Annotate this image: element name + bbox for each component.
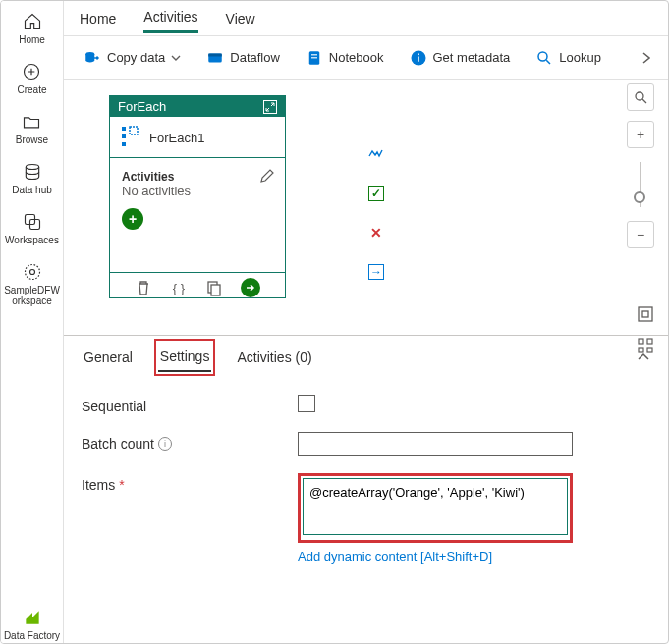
sidebar-item-label: Create xyxy=(17,84,46,95)
copy-data-icon xyxy=(84,49,101,67)
sidebar-item-workspaces[interactable]: Workspaces xyxy=(3,209,61,247)
dataflow-button[interactable]: Dataflow xyxy=(196,43,290,73)
sidebar-item-datafactory[interactable]: Data Factory xyxy=(2,605,62,643)
sidebar-item-create[interactable]: Create xyxy=(15,59,48,97)
foreach-activity-node[interactable]: ForEach ForEach1 Activities No activitie… xyxy=(109,95,286,298)
sidebar-item-label: Home xyxy=(19,34,45,45)
sequential-checkbox[interactable] xyxy=(298,395,315,412)
node-title-row: ForEach1 xyxy=(110,117,285,158)
collapse-panel-button[interactable] xyxy=(637,349,650,365)
batch-count-row: Batch count i xyxy=(82,432,650,456)
activity-marker-icon xyxy=(368,146,384,162)
copy-data-button[interactable]: Copy data xyxy=(74,43,191,73)
zoom-thumb[interactable] xyxy=(634,191,645,203)
activities-label: Activities xyxy=(122,170,273,184)
svg-rect-16 xyxy=(122,127,126,131)
zoom-controls: + − xyxy=(627,83,654,248)
sidebar-item-sample-workspace[interactable]: SampleDFW orkspace xyxy=(1,259,63,308)
run-icon[interactable] xyxy=(241,278,260,297)
svg-point-5 xyxy=(29,270,34,275)
toolbar-more-button[interactable] xyxy=(635,51,658,65)
tab-settings[interactable]: Settings xyxy=(158,343,212,372)
chevron-up-icon xyxy=(637,352,650,362)
properties-panel: General Settings Activities (0) Sequenti… xyxy=(64,335,668,643)
tab-activities[interactable]: Activities xyxy=(143,3,197,33)
info-icon[interactable]: i xyxy=(158,437,172,451)
dataflow-icon xyxy=(206,49,224,67)
code-icon[interactable]: { } xyxy=(170,279,188,296)
toolbar-label: Lookup xyxy=(559,50,601,65)
required-asterisk: * xyxy=(119,477,124,493)
add-activity-button[interactable]: + xyxy=(122,208,143,230)
sidebar-item-label: Workspaces xyxy=(5,235,59,245)
plus-circle-icon xyxy=(21,61,42,82)
left-sidebar: Home Create Browse Data hub Workspaces S… xyxy=(1,1,64,643)
svg-point-14 xyxy=(418,53,419,55)
zoom-slider[interactable] xyxy=(640,162,641,207)
zoom-in-button[interactable]: + xyxy=(627,121,654,148)
sequential-row: Sequential xyxy=(82,395,650,414)
node-toolbar: { } xyxy=(110,272,285,297)
success-marker-icon: ✓ xyxy=(368,186,384,201)
svg-point-15 xyxy=(538,52,547,61)
toolbar-label: Dataflow xyxy=(230,50,280,65)
svg-rect-8 xyxy=(209,53,223,56)
top-tabs: Home Activities View xyxy=(64,1,668,36)
get-metadata-button[interactable]: Get metadata xyxy=(400,43,521,73)
fail-marker-icon: ✕ xyxy=(368,225,384,241)
sidebar-item-label: Data hub xyxy=(12,185,52,195)
expand-icon[interactable] xyxy=(263,100,277,114)
tab-view[interactable]: View xyxy=(226,5,255,32)
toolbar-label: Notebook xyxy=(329,50,384,65)
database-icon xyxy=(22,161,43,183)
svg-rect-19 xyxy=(130,127,138,134)
sidebar-item-browse[interactable]: Browse xyxy=(14,109,50,147)
node-type-label: ForEach xyxy=(118,99,166,114)
node-activities-box[interactable]: Activities No activities + xyxy=(109,157,286,273)
tab-home[interactable]: Home xyxy=(80,5,116,32)
zoom-out-button[interactable]: − xyxy=(627,221,654,248)
notebook-button[interactable]: Notebook xyxy=(296,43,394,73)
chevron-right-icon xyxy=(641,51,651,65)
sidebar-item-label: SampleDFW orkspace xyxy=(3,285,61,306)
svg-rect-10 xyxy=(311,54,317,55)
tab-general[interactable]: General xyxy=(82,344,135,371)
skip-marker-icon: → xyxy=(368,264,384,280)
svg-rect-13 xyxy=(418,56,419,61)
delete-icon[interactable] xyxy=(135,279,152,296)
workspaces-icon xyxy=(22,211,43,233)
tab-activities-count[interactable]: Activities (0) xyxy=(235,344,313,371)
batch-count-label: Batch count xyxy=(82,436,154,452)
items-input[interactable] xyxy=(303,478,568,535)
lookup-button[interactable]: Lookup xyxy=(526,43,611,73)
folder-icon xyxy=(21,111,42,133)
canvas-search-button[interactable] xyxy=(627,83,654,111)
sidebar-item-datahub[interactable]: Data hub xyxy=(10,159,54,197)
properties-tabs: General Settings Activities (0) xyxy=(82,336,650,379)
foreach-icon xyxy=(120,125,139,150)
settings-body: Sequential Batch count i Items * xyxy=(82,379,650,597)
items-highlight-box xyxy=(298,473,573,543)
items-label: Items xyxy=(82,477,115,493)
activities-toolbar: Copy data Dataflow Notebook Get metadata xyxy=(64,36,668,80)
svg-point-1 xyxy=(26,165,38,170)
svg-rect-24 xyxy=(642,311,648,317)
svg-rect-23 xyxy=(639,307,652,321)
sidebar-item-label: Browse xyxy=(16,134,48,145)
svg-rect-17 xyxy=(122,134,126,138)
batch-count-input[interactable] xyxy=(298,432,573,456)
add-dynamic-content-link[interactable]: Add dynamic content [Alt+Shift+D] xyxy=(298,549,573,564)
svg-rect-11 xyxy=(311,57,317,58)
pencil-icon[interactable] xyxy=(259,168,275,184)
copy-icon[interactable] xyxy=(205,279,223,296)
node-name-label: ForEach1 xyxy=(149,131,204,145)
svg-point-22 xyxy=(636,92,643,100)
chevron-down-icon xyxy=(171,53,181,63)
workspace-circle-icon xyxy=(22,261,43,283)
svg-rect-18 xyxy=(122,142,126,146)
pipeline-canvas[interactable]: ForEach ForEach1 Activities No activitie… xyxy=(64,80,668,335)
fit-screen-icon[interactable] xyxy=(637,305,654,323)
svg-point-4 xyxy=(25,265,39,280)
sidebar-item-home[interactable]: Home xyxy=(17,9,47,47)
search-icon xyxy=(535,49,553,67)
